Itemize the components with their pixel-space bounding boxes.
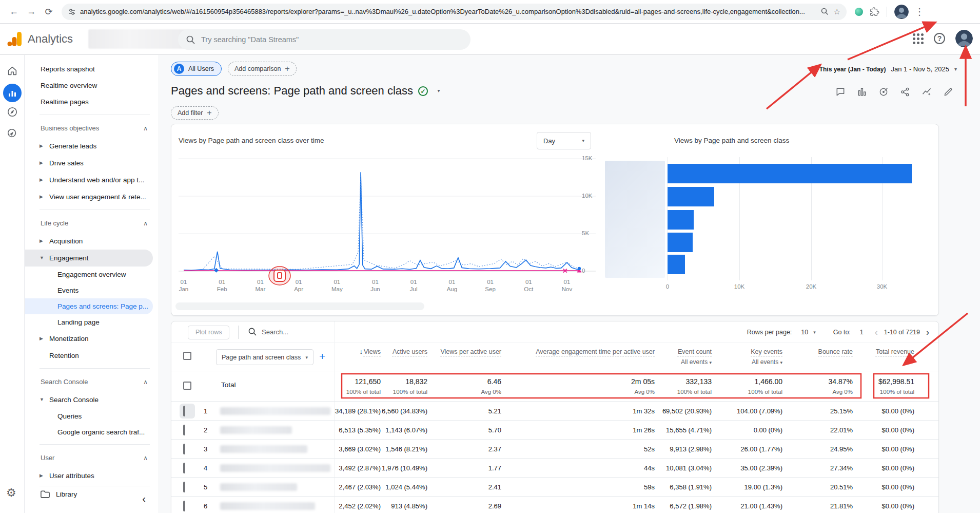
browser-menu-icon[interactable]: ⋮ <box>915 6 924 17</box>
column-header-label[interactable]: Active users <box>393 348 427 355</box>
total-row-checkbox[interactable] <box>183 382 191 390</box>
bar-value-2467[interactable] <box>668 255 685 274</box>
row-checkbox[interactable] <box>183 444 185 454</box>
table-search-input[interactable]: Search... <box>262 328 288 336</box>
sidebar-item-retention[interactable]: Retention <box>25 347 158 364</box>
column-header-label[interactable]: Views per active user <box>440 348 501 355</box>
bookmark-star-icon[interactable]: ☆ <box>834 7 840 16</box>
column-header-active-users[interactable]: Active users <box>381 343 427 367</box>
sidebar-item-realtime-overview[interactable]: Realtime overview <box>25 78 158 94</box>
column-header-label[interactable]: Bounce rate <box>818 348 853 355</box>
nav-section-life-cycle[interactable]: Life cycle∧ <box>25 214 158 233</box>
dimension-select[interactable]: Page path and screen class ▾ <box>216 349 313 365</box>
sidebar-item-understand-web-and-or-app-t-[interactable]: ▶Understand web and/or app t... <box>25 172 158 188</box>
bar-value-3492[interactable] <box>668 233 693 252</box>
edit-pencil-icon[interactable] <box>943 87 953 97</box>
reports-icon[interactable] <box>3 84 22 102</box>
share-icon[interactable] <box>900 87 910 97</box>
goto-input[interactable]: 1 <box>860 329 864 336</box>
column-header-views[interactable]: ↓Views <box>334 343 381 367</box>
google-apps-icon[interactable] <box>913 33 924 44</box>
row-checkbox[interactable] <box>183 482 185 492</box>
sidebar-item-library[interactable]: Library <box>25 484 158 504</box>
sidebar-item-drive-sales[interactable]: ▶Drive sales <box>25 155 158 172</box>
sidebar-item-monetization[interactable]: ▶Monetization <box>25 330 158 347</box>
timeseries-chart[interactable] <box>179 155 596 274</box>
sidebar-item-view-user-engagement-rete-[interactable]: ▶View user engagement & rete... <box>25 188 158 205</box>
comparison-chart-icon[interactable] <box>857 87 867 97</box>
feedback-icon[interactable] <box>835 87 846 97</box>
sidebar-item-pages-and-screens-page-p-[interactable]: Pages and screens: Page p... <box>25 298 153 314</box>
site-settings-icon[interactable] <box>68 8 76 16</box>
sidebar-item-engagement-overview[interactable]: Engagement overview <box>25 267 158 282</box>
column-header-key-events[interactable]: Key eventsAll events ▾ <box>712 343 782 367</box>
help-icon[interactable]: ? <box>934 33 945 44</box>
nav-section-search-console[interactable]: Search Console∧ <box>25 373 158 391</box>
back-icon[interactable]: ← <box>5 6 23 17</box>
nav-section-user[interactable]: User∧ <box>25 449 158 467</box>
omnibox-search-icon[interactable] <box>821 8 829 15</box>
extension-icon[interactable] <box>855 8 863 16</box>
sidebar-item-acquisition[interactable]: ▶Acquisition <box>25 233 158 250</box>
ga-profile-avatar[interactable] <box>955 30 973 47</box>
chevron-down-icon[interactable]: ▾ <box>813 330 816 335</box>
row-checkbox[interactable] <box>183 463 185 473</box>
sidebar-item-reports-snapshot[interactable]: Reports snapshot <box>25 61 158 78</box>
insights-icon[interactable] <box>922 87 932 97</box>
row-checkbox[interactable] <box>183 501 185 511</box>
admin-gear-icon[interactable]: ⚙ <box>6 486 16 500</box>
column-subfilter[interactable]: All events ▾ <box>655 358 712 367</box>
column-header-label[interactable]: Key events <box>751 348 782 355</box>
collapse-nav-icon[interactable]: ‹ <box>142 493 146 505</box>
add-dimension-icon[interactable]: + <box>319 350 325 363</box>
column-header-label[interactable]: Views <box>364 348 381 355</box>
page-prev-icon[interactable]: ‹ <box>875 327 878 338</box>
column-header-average-engagement-time-per-active-user[interactable]: Average engagement time per active user <box>501 343 655 367</box>
data-quality-check-icon[interactable]: ✓ <box>418 86 428 96</box>
sidebar-item-queries[interactable]: Queries <box>25 408 158 424</box>
extensions-puzzle-icon[interactable] <box>870 7 879 16</box>
interval-select[interactable]: Day ▾ <box>537 132 591 149</box>
page-next-icon[interactable]: › <box>926 327 929 338</box>
plot-rows-button[interactable]: Plot rows <box>188 326 229 339</box>
ga-search-bar[interactable]: Try searching "Data Streams" <box>178 29 471 50</box>
advertising-icon[interactable] <box>7 128 18 141</box>
bar-value-34189[interactable] <box>668 164 912 183</box>
row-checkbox[interactable] <box>183 406 185 416</box>
date-range-picker[interactable]: This year (Jan - Today) Jan 1 - Nov 5, 2… <box>819 65 957 73</box>
column-header-label[interactable]: Total revenue <box>876 348 914 355</box>
column-header-event-count[interactable]: Event countAll events ▾ <box>655 343 712 367</box>
ga-brand[interactable]: Analytics <box>7 31 73 47</box>
target-icon[interactable] <box>878 87 889 97</box>
select-all-checkbox[interactable] <box>183 352 191 360</box>
chart-range-scrollbar[interactable] <box>175 302 424 310</box>
column-header-label[interactable]: Event count <box>678 348 712 355</box>
add-filter-button[interactable]: Add filter + <box>171 106 219 120</box>
explore-icon[interactable] <box>7 106 18 120</box>
audience-chip-all-users[interactable]: A All Users <box>171 62 222 76</box>
sidebar-item-engagement[interactable]: ▼Engagement <box>25 250 153 267</box>
bar-value-3669[interactable] <box>668 210 694 230</box>
column-subfilter[interactable]: All events ▾ <box>712 358 782 367</box>
bar-value-6513[interactable] <box>668 187 714 206</box>
row-checkbox[interactable] <box>183 425 185 435</box>
column-header-total-revenue[interactable]: Total revenue <box>853 343 939 367</box>
address-bar[interactable]: analytics.google.com/analytics/web/#/a16… <box>62 4 847 20</box>
sidebar-item-realtime-pages[interactable]: Realtime pages <box>25 94 158 110</box>
sidebar-item-landing-page[interactable]: Landing page <box>25 314 158 330</box>
sidebar-item-user-attributes[interactable]: ▶User attributes <box>25 467 158 484</box>
sidebar-item-search-console[interactable]: ▼Search Console <box>25 391 158 408</box>
forward-icon[interactable]: → <box>23 6 40 17</box>
column-header-views-per-active-user[interactable]: Views per active user <box>427 343 501 367</box>
sidebar-item-events[interactable]: Events <box>25 282 158 298</box>
add-comparison-button[interactable]: Add comparison + <box>228 62 297 76</box>
table-search-icon[interactable] <box>248 328 257 336</box>
rows-per-page-value[interactable]: 10 <box>801 329 808 336</box>
sidebar-item-generate-leads[interactable]: ▶Generate leads <box>25 138 158 155</box>
column-header-bounce-rate[interactable]: Bounce rate <box>782 343 853 367</box>
sidebar-item-google-organic-search-traf-[interactable]: Google organic search traf... <box>25 424 158 440</box>
browser-profile-avatar[interactable] <box>894 5 909 19</box>
reload-icon[interactable]: ⟳ <box>40 6 57 17</box>
column-header-label[interactable]: Average engagement time per active user <box>536 348 655 355</box>
property-selector-redacted[interactable] <box>88 29 191 49</box>
